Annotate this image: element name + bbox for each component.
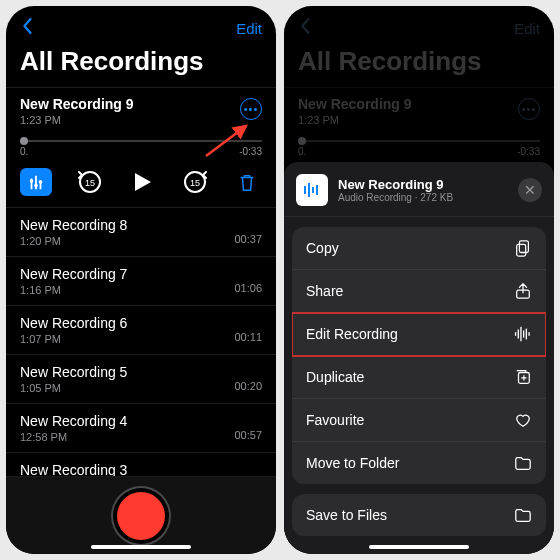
copy-icon (514, 239, 532, 257)
sheet-thumbnail (296, 174, 328, 206)
action-move-to-folder[interactable]: Move to Folder (292, 442, 546, 484)
recording-name: New Recording 8 (20, 217, 127, 233)
action-label: Move to Folder (306, 455, 399, 471)
list-item[interactable]: New Recording 5 1:05 PM 00:20 (6, 355, 276, 404)
skip-forward-15-button[interactable] (180, 167, 210, 197)
options-button[interactable] (20, 168, 52, 196)
list-item[interactable]: New Recording 4 12:58 PM 00:57 (6, 404, 276, 453)
action-label: Copy (306, 240, 339, 256)
recording-name: New Recording 6 (20, 315, 127, 331)
nav-bar: Edit (284, 6, 554, 40)
screenshot-right: Edit All Recordings New Recording 9 1:23… (284, 6, 554, 554)
action-share[interactable]: Share (292, 270, 546, 313)
recording-name: New Recording 5 (20, 364, 127, 380)
recording-time: 1:07 PM (20, 333, 127, 345)
recording-name: New Recording 4 (20, 413, 127, 429)
action-edit-recording[interactable]: Edit Recording (292, 313, 546, 356)
play-button[interactable] (127, 167, 157, 197)
skip-back-15-button[interactable] (75, 167, 105, 197)
ellipsis-icon: ••• (522, 103, 537, 115)
action-copy[interactable]: Copy (292, 227, 546, 270)
share-icon (514, 282, 532, 300)
list-item[interactable]: New Recording 8 1:20 PM 00:37 (6, 208, 276, 257)
recording-name: New Recording 7 (20, 266, 127, 282)
skip-back-icon (77, 169, 103, 195)
play-icon (129, 169, 155, 195)
more-options-button[interactable]: ••• (240, 98, 262, 120)
elapsed-time: 0. (298, 146, 306, 157)
action-sheet: New Recording 9 Audio Recording · 272 KB… (284, 162, 554, 554)
duplicate-icon (514, 368, 532, 386)
sheet-title: New Recording 9 (338, 177, 508, 192)
current-time: 1:23 PM (20, 114, 262, 126)
close-icon: ✕ (524, 182, 536, 198)
sheet-subtitle: Audio Recording · 272 KB (338, 192, 508, 203)
record-dock (6, 476, 276, 554)
scrubber[interactable] (20, 140, 262, 142)
recording-duration: 00:20 (234, 380, 262, 392)
action-label: Edit Recording (306, 326, 398, 342)
more-options-button: ••• (518, 98, 540, 120)
waveform-icon (514, 325, 532, 343)
home-indicator[interactable] (369, 545, 469, 549)
recording-time: 12:58 PM (20, 431, 127, 443)
sliders-icon (27, 173, 45, 191)
current-name: New Recording 9 (20, 96, 262, 112)
recording-duration: 00:37 (234, 233, 262, 245)
list-item[interactable]: New Recording 6 1:07 PM 00:11 (6, 306, 276, 355)
screenshot-left: Edit All Recordings New Recording 9 1:23… (6, 6, 276, 554)
current-recording: New Recording 9 1:23 PM ••• 0. -0:33 (6, 87, 276, 208)
sheet-header: New Recording 9 Audio Recording · 272 KB… (284, 162, 554, 217)
sheet-close-button[interactable]: ✕ (518, 178, 542, 202)
list-item[interactable]: New Recording 7 1:16 PM 01:06 (6, 257, 276, 306)
home-indicator[interactable] (91, 545, 191, 549)
recording-time: 1:05 PM (20, 382, 127, 394)
action-save-to-files[interactable]: Save to Files (292, 494, 546, 536)
edit-button[interactable]: Edit (236, 20, 262, 37)
action-duplicate[interactable]: Duplicate (292, 356, 546, 399)
recording-duration: 01:06 (234, 282, 262, 294)
page-title: All Recordings (6, 40, 276, 87)
remaining-time: -0:33 (239, 146, 262, 157)
action-label: Duplicate (306, 369, 364, 385)
folder-icon (514, 506, 532, 524)
skip-forward-icon (182, 169, 208, 195)
edit-button: Edit (514, 20, 540, 37)
remaining-time: -0:33 (517, 146, 540, 157)
trash-icon (237, 171, 257, 193)
recording-time: 1:16 PM (20, 284, 127, 296)
back-icon (298, 16, 312, 40)
sheet-save-group: Save to Files (292, 494, 546, 536)
action-label: Favourite (306, 412, 364, 428)
back-icon[interactable] (20, 16, 34, 40)
action-favourite[interactable]: Favourite (292, 399, 546, 442)
elapsed-time: 0. (20, 146, 28, 157)
scrubber (298, 140, 540, 142)
recording-duration: 00:11 (234, 331, 262, 343)
waveform-icon (302, 180, 322, 200)
action-label: Share (306, 283, 343, 299)
page-title: All Recordings (284, 40, 554, 87)
delete-button[interactable] (232, 167, 262, 197)
sheet-actions-group: Copy Share Edit Recording Duplicate Favo… (292, 227, 546, 484)
record-button[interactable] (117, 492, 165, 540)
nav-bar: Edit (6, 6, 276, 40)
folder-icon (514, 454, 532, 472)
heart-icon (514, 411, 532, 429)
recording-duration: 00:57 (234, 429, 262, 441)
current-time: 1:23 PM (298, 114, 540, 126)
ellipsis-icon: ••• (244, 103, 259, 115)
recording-time: 1:20 PM (20, 235, 127, 247)
current-name: New Recording 9 (298, 96, 540, 112)
action-label: Save to Files (306, 507, 387, 523)
